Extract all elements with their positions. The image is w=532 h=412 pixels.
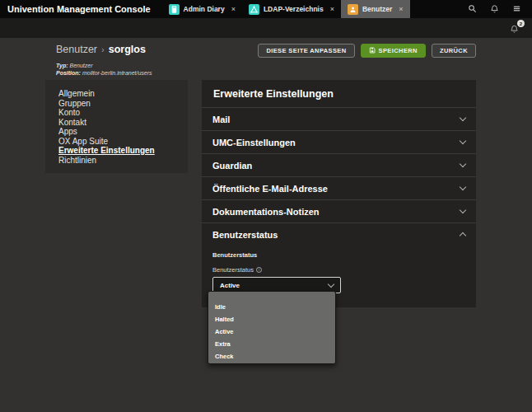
back-button[interactable]: ZURÜCK bbox=[432, 44, 476, 58]
sidebar-item-ox-app-suite[interactable]: OX App Suite bbox=[45, 137, 188, 147]
object-meta: Typ: Benutzer Position: molitor-berlin.i… bbox=[56, 62, 152, 77]
object-type: Typ: Benutzer bbox=[56, 62, 152, 69]
type-label: Typ: bbox=[56, 63, 68, 68]
header-actions bbox=[468, 0, 532, 18]
sidebar-item-kontakt[interactable]: Kontakt bbox=[45, 118, 188, 128]
section-guardian[interactable]: Guardian bbox=[202, 154, 476, 177]
sidebar-item-allgemein[interactable]: Allgemein bbox=[45, 89, 188, 99]
section-label: Guardian bbox=[212, 161, 252, 171]
save-icon bbox=[369, 47, 376, 55]
tab-benutzer[interactable]: Benutzer × bbox=[341, 0, 410, 18]
app-title: Univention Management Console bbox=[0, 4, 157, 14]
tab-label: LDAP-Verzeichnis bbox=[264, 5, 324, 13]
customize-page-button[interactable]: DIESE SEITE ANPASSEN bbox=[258, 44, 354, 58]
section-label: Benutzerstatus bbox=[212, 230, 278, 240]
breadcrumb: Benutzer › sorglos bbox=[56, 44, 146, 55]
tab-admin-diary[interactable]: Admin Diary × bbox=[162, 0, 242, 18]
group-label: Benutzerstatus bbox=[212, 251, 465, 259]
type-value: Benutzer bbox=[69, 63, 92, 68]
save-button[interactable]: SPEICHERN bbox=[361, 44, 426, 58]
tab-ldap-verzeichnis[interactable]: LDAP-Verzeichnis × bbox=[242, 0, 341, 18]
umc-page: Univention Management Console Admin Diar… bbox=[0, 0, 532, 412]
section-label: Öffentliche E-Mail-Adresse bbox=[212, 184, 328, 194]
section-oeffentliche-email-adresse[interactable]: Öffentliche E-Mail-Adresse bbox=[202, 177, 476, 200]
close-icon[interactable]: × bbox=[399, 5, 403, 13]
dropdown-option-extra[interactable]: Extra bbox=[208, 337, 335, 349]
tab-label: Admin Diary bbox=[184, 5, 225, 13]
section-label: Dokumentations-Notizen bbox=[212, 207, 320, 217]
section-label: Mail bbox=[212, 115, 230, 124]
sidebar-item-konto[interactable]: Konto bbox=[45, 108, 188, 118]
search-icon[interactable] bbox=[468, 2, 477, 16]
info-icon[interactable]: i bbox=[256, 267, 262, 273]
top-header-bar: Univention Management Console Admin Diar… bbox=[0, 0, 532, 18]
sidebar-item-erweiterte-einstellungen[interactable]: Erweiterte Einstellungen bbox=[45, 146, 188, 156]
chevron-down-icon bbox=[460, 115, 466, 121]
tab-label: Benutzer bbox=[362, 5, 392, 13]
dropdown-option-empty[interactable] bbox=[208, 292, 335, 300]
field-label: Benutzerstatus i bbox=[212, 266, 465, 274]
chevron-up-icon bbox=[460, 232, 466, 239]
chevron-down-icon bbox=[460, 207, 466, 213]
object-position: Position: molitor-berlin.intranet/users bbox=[56, 69, 152, 77]
select-value: Active bbox=[220, 282, 240, 289]
dropdown-option-halted[interactable]: Halted bbox=[208, 312, 335, 325]
chevron-down-icon bbox=[460, 184, 466, 190]
diary-icon bbox=[169, 4, 180, 15]
toolbar: DIESE SEITE ANPASSEN SPEICHERN ZURÜCK bbox=[258, 44, 476, 58]
section-label: UMC-Einstellungen bbox=[212, 138, 296, 147]
section-mail[interactable]: Mail bbox=[202, 108, 476, 131]
section-umc-einstellungen[interactable]: UMC-Einstellungen bbox=[202, 131, 476, 154]
position-label: Position: bbox=[56, 70, 81, 76]
dropdown-option-idle[interactable]: Idle bbox=[208, 300, 335, 312]
close-icon[interactable]: × bbox=[231, 5, 236, 13]
section-dokumentations-notizen[interactable]: Dokumentations-Notizen bbox=[202, 200, 476, 223]
user-icon bbox=[348, 4, 358, 15]
sidebar-item-richtlinien[interactable]: Richtlinien bbox=[45, 156, 188, 166]
field-label-text: Benutzerstatus bbox=[212, 266, 254, 274]
notification-badge: 2 bbox=[517, 20, 525, 27]
notifications-button[interactable]: 2 bbox=[510, 22, 521, 34]
benutzerstatus-dropdown-popup: Idle Halted Active Extra Check bbox=[208, 291, 336, 364]
breadcrumb-current: sorglos bbox=[109, 44, 146, 55]
dropdown-option-check[interactable]: Check bbox=[208, 349, 335, 362]
save-label: SPEICHERN bbox=[379, 47, 418, 54]
close-icon[interactable]: × bbox=[330, 5, 334, 13]
chevron-down-icon bbox=[460, 138, 466, 144]
detail-sidebar: Allgemein Gruppen Konto Kontakt Apps OX … bbox=[45, 80, 188, 173]
sub-header-strip: 2 bbox=[0, 18, 532, 38]
dropdown-option-active[interactable]: Active bbox=[208, 325, 335, 337]
sidebar-item-gruppen[interactable]: Gruppen bbox=[45, 99, 188, 109]
sidebar-item-apps[interactable]: Apps bbox=[45, 127, 188, 137]
breadcrumb-parent[interactable]: Benutzer bbox=[56, 44, 97, 55]
breadcrumb-separator: › bbox=[101, 44, 105, 54]
detail-panel: Erweiterte Einstellungen Mail UMC-Einste… bbox=[202, 80, 476, 307]
page-title: Erweiterte Einstellungen bbox=[202, 80, 476, 108]
ldap-icon bbox=[249, 4, 259, 15]
section-benutzerstatus[interactable]: Benutzerstatus bbox=[202, 223, 476, 246]
tab-bar: Admin Diary × LDAP-Verzeichnis × Benutze… bbox=[162, 0, 410, 18]
position-value: molitor-berlin.intranet/users bbox=[82, 70, 152, 76]
menu-icon[interactable] bbox=[512, 2, 521, 16]
chevron-down-icon bbox=[460, 161, 466, 167]
chevron-down-icon bbox=[328, 280, 334, 287]
bell-icon[interactable] bbox=[490, 2, 499, 16]
